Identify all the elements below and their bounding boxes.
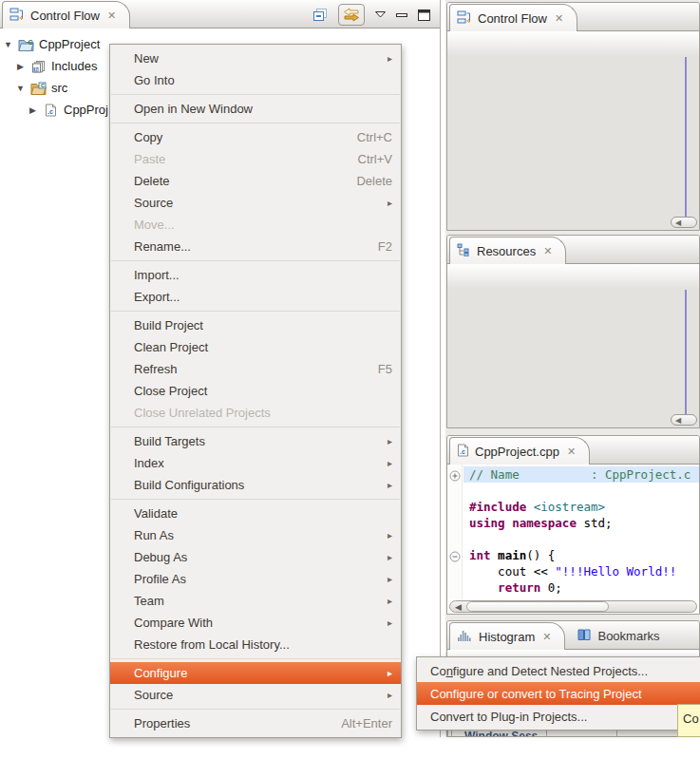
menu-item-clean-project[interactable]: Clean Project [110,336,401,358]
source-folder-icon: C [30,82,47,95]
menu-item-label: Export... [134,290,180,304]
fold-collapse-icon[interactable] [449,549,461,566]
menu-item-delete[interactable]: DeleteDelete [110,170,401,192]
control-flow-canvas: ◀ [447,31,699,230]
resources-icon [457,243,471,259]
menu-item-configure-and-detect-nested-projects[interactable]: Configure and Detect Nested Projects... [417,659,700,682]
horizontal-scrollbar[interactable]: ◀ [671,414,697,426]
maximize-button[interactable] [418,9,430,21]
menu-item-rename[interactable]: Rename...F2 [110,236,401,257]
menu-separator [111,499,400,500]
resources-view: Resources ✕ ◀ [446,235,700,428]
submenu-arrow-icon: ▸ [388,668,392,678]
tab-label: Resources [477,244,536,258]
menu-item-label: Team [134,594,164,608]
eclipse-workbench: Control Flow ✕ ▼CCppProject▶hIncludes▼Cs… [0,0,700,759]
menu-item-restore-from-local-history[interactable]: Restore from Local History... [110,634,401,655]
menu-item-source[interactable]: Source▸ [110,192,401,214]
menu-item-properties[interactable]: PropertiesAlt+Enter [110,712,401,734]
menu-item-build-configurations[interactable]: Build Configurations▸ [110,474,401,496]
menu-item-convert-to-plug-in-projects[interactable]: Convert to Plug-in Projects... [417,705,700,728]
editor-tabbar: .c CppProject.cpp ✕ [447,436,699,465]
menu-separator [111,123,400,123]
tree-collapsed-arrow-icon[interactable]: ▶ [28,105,38,115]
submenu-arrow-icon: ▸ [388,436,392,446]
menu-shortcut: Delete [356,174,392,188]
menu-item-label: Configure or convert to Tracing Project [430,687,642,701]
view-menu-button[interactable] [375,11,386,18]
code-line: int main() { [464,547,699,563]
tab-resources[interactable]: Resources ✕ [449,237,566,264]
code-line: #include <iostream> [464,499,699,515]
menu-item-label: Paste [134,152,165,166]
menu-item-profile-as[interactable]: Profile As▸ [110,568,401,590]
menu-item-refresh[interactable]: RefreshF5 [110,358,401,380]
tab-histogram[interactable]: Histogram ✕ [449,622,565,650]
menu-item-label: Build Configurations [134,478,244,492]
tab-control-flow-left[interactable]: Control Flow ✕ [2,1,130,28]
code-line: using namespace std; [464,515,699,531]
horizontal-scrollbar[interactable]: ◀ [671,217,697,228]
menu-item-configure[interactable]: Configure▸ [110,662,401,684]
tab-label: Histogram [479,630,535,644]
code-editor[interactable]: // Name : CppProject.c#include <iostream… [447,465,699,614]
menu-item-import[interactable]: Import... [110,264,401,286]
menu-item-label: Clean Project [134,340,208,354]
menu-item-build-project[interactable]: Build Project [110,314,401,336]
link-with-editor-button[interactable] [338,4,365,26]
code-token: main [498,548,526,562]
menu-shortcut: Ctrl+C [357,130,392,144]
menu-item-label: Source [134,196,173,210]
menu-item-build-targets[interactable]: Build Targets▸ [110,430,401,452]
menu-item-open-in-new-window[interactable]: Open in New Window [110,98,401,120]
vertical-scroll-indicator[interactable] [685,57,687,218]
close-icon[interactable]: ✕ [567,446,576,457]
tree-item-label: Includes [51,59,97,73]
tree-expanded-arrow-icon[interactable]: ▼ [15,84,26,93]
menu-item-close-project[interactable]: Close Project [110,380,401,402]
close-icon[interactable]: ✕ [555,13,563,24]
menu-item-run-as[interactable]: Run As▸ [110,524,401,546]
configure-submenu: Configure and Detect Nested Projects...C… [416,656,700,731]
menu-separator [111,427,400,427]
menu-item-source[interactable]: Source▸ [110,684,401,706]
menu-item-team[interactable]: Team▸ [110,590,401,612]
submenu-arrow-icon: ▸ [388,198,392,208]
fold-expand-icon[interactable] [449,468,461,485]
histogram-tabbar: Histogram ✕ Bookmarks [447,621,699,650]
svg-text:.c: .c [460,448,465,455]
tab-cppproject-cpp[interactable]: .c CppProject.cpp ✕ [449,437,590,465]
tree-collapsed-arrow-icon[interactable]: ▶ [15,62,26,71]
close-icon[interactable]: ✕ [107,10,116,21]
close-icon[interactable]: ✕ [543,246,552,256]
menu-item-new[interactable]: New▸ [110,47,401,69]
menu-item-export[interactable]: Export... [110,286,401,308]
tab-control-flow-right[interactable]: Control Flow ✕ [449,4,577,31]
scrollbar-thumb[interactable] [466,601,609,612]
histogram-icon [457,629,473,644]
c-project-folder-icon: C [18,38,34,51]
menu-item-index[interactable]: Index▸ [110,452,401,474]
horizontal-scrollbar[interactable]: ◀ [449,600,697,613]
menu-item-debug-as[interactable]: Debug As▸ [110,546,401,568]
submenu-arrow-icon: ▸ [388,53,392,64]
menu-item-configure-or-convert-to-tracing-project[interactable]: Configure or convert to Tracing Project [417,682,700,705]
code-token: return [498,580,540,595]
left-panel-tabbar: Control Flow ✕ [0,0,440,28]
menu-item-go-into[interactable]: Go Into [110,69,401,91]
collapse-all-button[interactable] [312,8,328,22]
menu-item-label: Build Project [134,318,203,332]
vertical-scroll-indicator[interactable] [685,290,687,415]
minimize-button[interactable] [396,12,407,18]
menu-item-validate[interactable]: Validate [110,503,401,524]
tab-bookmarks[interactable]: Bookmarks [565,622,671,649]
tree-expanded-arrow-icon[interactable]: ▼ [3,40,13,49]
close-icon[interactable]: ✕ [542,632,551,642]
menu-item-label: Refresh [134,362,178,376]
menu-item-compare-with[interactable]: Compare With▸ [110,612,401,634]
menu-item-label: Validate [134,506,178,521]
menu-item-copy[interactable]: CopyCtrl+C [110,126,401,148]
submenu-arrow-icon: ▸ [388,552,392,562]
menu-item-label: Go Into [134,73,175,87]
tree-item-label: CppProj [64,103,108,117]
